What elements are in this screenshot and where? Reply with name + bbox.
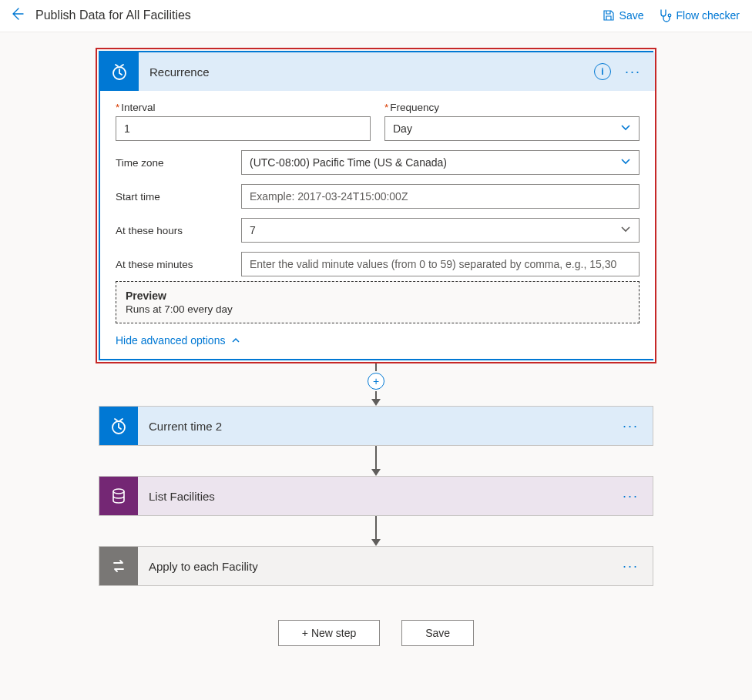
preview-title: Preview — [126, 290, 629, 302]
stethoscope-icon — [658, 8, 672, 22]
current-time-title: Current time 2 — [138, 420, 623, 433]
more-menu-icon[interactable]: ··· — [623, 419, 639, 433]
more-menu-icon[interactable]: ··· — [625, 65, 641, 79]
svg-point-3 — [113, 489, 124, 494]
frequency-select[interactable]: Day — [384, 116, 640, 141]
interval-label: *Interval — [116, 102, 371, 113]
clock-icon — [99, 407, 138, 445]
topbar: Publish Data for All Facilities Save Flo… — [0, 0, 752, 32]
save-button[interactable]: Save — [603, 9, 644, 22]
list-facilities-card[interactable]: List Facilities ··· — [99, 476, 653, 516]
loop-icon — [99, 547, 138, 585]
chevron-down-icon — [620, 156, 631, 169]
clock-icon — [100, 52, 139, 91]
chevron-up-icon — [231, 336, 240, 345]
timezone-label: Time zone — [116, 157, 227, 169]
chevron-down-icon — [620, 224, 631, 237]
timezone-select[interactable]: (UTC-08:00) Pacific Time (US & Canada) — [241, 150, 640, 175]
recurrence-highlight: Recurrence i ··· *Interval *Frequency — [96, 48, 656, 363]
frequency-label: *Frequency — [384, 102, 640, 113]
info-icon[interactable]: i — [594, 63, 611, 80]
preview-text: Runs at 7:00 every day — [126, 303, 629, 315]
connector — [371, 446, 381, 476]
svg-point-0 — [668, 14, 671, 17]
new-step-button[interactable]: + New step — [278, 620, 380, 646]
list-facilities-title: List Facilities — [138, 490, 623, 503]
starttime-input[interactable] — [241, 184, 640, 209]
recurrence-card[interactable]: Recurrence i ··· *Interval *Frequency — [100, 52, 655, 359]
chevron-down-icon — [620, 122, 631, 136]
connector — [371, 516, 381, 546]
more-menu-icon[interactable]: ··· — [623, 489, 639, 503]
database-icon — [99, 477, 138, 515]
hours-select[interactable]: 7 — [241, 218, 640, 243]
back-icon[interactable] — [9, 6, 25, 24]
recurrence-title: Recurrence — [139, 65, 594, 79]
footer-buttons: + New step Save — [278, 620, 474, 646]
connector-plus: + — [368, 363, 384, 406]
recurrence-header[interactable]: Recurrence i ··· — [100, 52, 655, 91]
flow-checker-button[interactable]: Flow checker — [658, 8, 740, 22]
preview-box: Preview Runs at 7:00 every day — [116, 281, 640, 323]
interval-input[interactable] — [116, 116, 371, 141]
minutes-input[interactable] — [241, 252, 640, 276]
hide-advanced-link[interactable]: Hide advanced options — [116, 334, 640, 347]
add-step-icon[interactable]: + — [368, 373, 384, 390]
recurrence-body: *Interval *Frequency Day Time zone — [100, 91, 655, 359]
flow-canvas: Recurrence i ··· *Interval *Frequency — [0, 32, 752, 677]
more-menu-icon[interactable]: ··· — [623, 559, 639, 573]
page-title: Publish Data for All Facilities — [35, 8, 603, 22]
save-icon — [603, 9, 615, 22]
minutes-label: At these minutes — [116, 259, 227, 270]
starttime-label: Start time — [116, 191, 227, 203]
footer-save-button[interactable]: Save — [401, 620, 474, 646]
hours-label: At these hours — [116, 225, 227, 236]
current-time-card[interactable]: Current time 2 ··· — [99, 406, 653, 446]
apply-each-card[interactable]: Apply to each Facility ··· — [99, 546, 653, 586]
apply-each-title: Apply to each Facility — [138, 560, 623, 573]
